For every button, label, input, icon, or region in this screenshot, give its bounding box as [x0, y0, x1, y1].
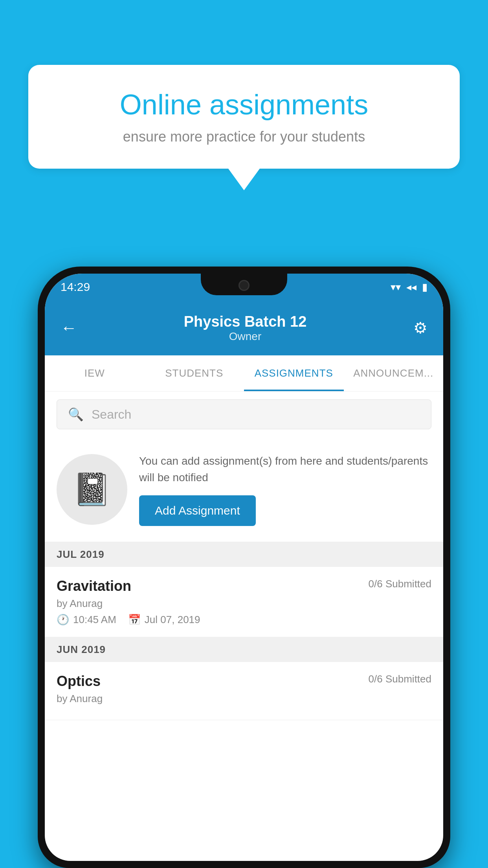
signal-icon: ◂◂	[406, 281, 416, 293]
add-assignment-promo: 📓 You can add assignment(s) from here an…	[45, 437, 443, 542]
assignment-author-gravitation: by Anurag	[57, 598, 431, 610]
section-jun-2019: JUN 2019	[45, 637, 443, 662]
tab-announcements-label: ANNOUNCEM...	[353, 367, 433, 379]
app-bar-title-container: Physics Batch 12 Owner	[184, 313, 307, 343]
tab-students-label: STUDENTS	[165, 367, 223, 379]
search-bar[interactable]: 🔍 Search	[57, 399, 431, 429]
tab-assignments-label: ASSIGNMENTS	[255, 367, 333, 379]
speech-bubble: Online assignments ensure more practice …	[28, 65, 460, 169]
phone-notch	[201, 274, 287, 295]
notebook-icon: 📓	[72, 471, 112, 508]
app-bar-subtitle: Owner	[184, 330, 307, 343]
app-bar: ← Physics Batch 12 Owner ⚙	[45, 300, 443, 355]
tab-view[interactable]: IEW	[45, 355, 145, 391]
promo-text: You can add assignment(s) from here and …	[139, 453, 431, 486]
promo-right: You can add assignment(s) from here and …	[139, 453, 431, 526]
search-bar-container: 🔍 Search	[45, 392, 443, 437]
tabs-container: IEW STUDENTS ASSIGNMENTS ANNOUNCEM...	[45, 355, 443, 392]
speech-bubble-subtitle: ensure more practice for your students	[56, 129, 432, 145]
assignment-gravitation[interactable]: Gravitation 0/6 Submitted by Anurag 🕐 10…	[45, 567, 443, 637]
tab-assignments[interactable]: ASSIGNMENTS	[244, 355, 344, 391]
search-placeholder: Search	[92, 407, 131, 422]
tab-students[interactable]: STUDENTS	[145, 355, 244, 391]
assignment-meta-gravitation: 🕐 10:45 AM 📅 Jul 07, 2019	[57, 614, 431, 626]
speech-bubble-container: Online assignments ensure more practice …	[28, 65, 460, 190]
tab-view-label: IEW	[84, 367, 105, 379]
assignment-author-optics: by Anurag	[57, 693, 431, 705]
assignment-name-gravitation: Gravitation	[57, 578, 131, 594]
battery-icon: ▮	[422, 281, 427, 293]
assignment-optics[interactable]: Optics 0/6 Submitted by Anurag	[45, 662, 443, 720]
add-assignment-button[interactable]: Add Assignment	[139, 495, 256, 526]
wifi-icon: ▾▾	[391, 281, 401, 293]
status-time: 14:29	[61, 280, 90, 294]
content-area: 🔍 Search 📓 You can add assignment(s) fro…	[45, 392, 443, 720]
clock-icon: 🕐	[57, 614, 69, 626]
calendar-icon: 📅	[128, 614, 141, 626]
assignment-time-gravitation: 🕐 10:45 AM	[57, 614, 116, 626]
status-icons: ▾▾ ◂◂ ▮	[391, 281, 427, 293]
assignment-name-optics: Optics	[57, 673, 101, 690]
notebook-icon-circle: 📓	[57, 454, 127, 525]
tab-announcements[interactable]: ANNOUNCEM...	[344, 355, 444, 391]
speech-bubble-title: Online assignments	[56, 88, 432, 121]
assignment-submitted-gravitation: 0/6 Submitted	[369, 578, 431, 590]
section-jul-2019: JUL 2019	[45, 542, 443, 567]
phone-inner: 14:29 ▾▾ ◂◂ ▮ ← Physics Batch 12 Owner ⚙…	[45, 274, 443, 861]
assignment-row1: Gravitation 0/6 Submitted	[57, 578, 431, 594]
settings-icon[interactable]: ⚙	[413, 319, 427, 337]
back-button[interactable]: ←	[61, 318, 77, 337]
phone-frame: 14:29 ▾▾ ◂◂ ▮ ← Physics Batch 12 Owner ⚙…	[38, 267, 450, 868]
search-icon: 🔍	[68, 407, 84, 422]
speech-bubble-tail	[228, 169, 260, 190]
assignment-date-value: Jul 07, 2019	[145, 614, 200, 626]
app-bar-title: Physics Batch 12	[184, 313, 307, 330]
assignment-time-value: 10:45 AM	[73, 614, 116, 626]
assignment-submitted-optics: 0/6 Submitted	[369, 673, 431, 685]
assignment-row1-optics: Optics 0/6 Submitted	[57, 673, 431, 690]
assignment-date-gravitation: 📅 Jul 07, 2019	[128, 614, 200, 626]
phone-camera	[238, 280, 250, 291]
